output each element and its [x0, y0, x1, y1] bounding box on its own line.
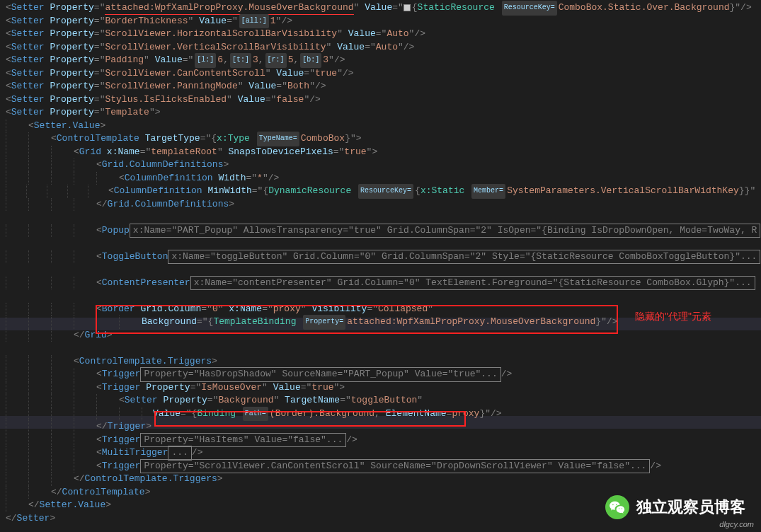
collapsed-region[interactable]: x:Name="PART_Popup" AllowsTransparency="…: [130, 224, 761, 238]
code-line: </ControlTemplate.Triggers>: [6, 473, 761, 486]
watermark-text: 独立观察员博客: [636, 501, 745, 514]
code-line: [6, 289, 761, 303]
watermark: 独立观察员博客: [605, 495, 745, 519]
collapsed-region[interactable]: x:Name="toggleButton" Grid.Column="0" Gr…: [168, 250, 760, 265]
code-line: <Setter.Value>: [6, 120, 761, 133]
code-line: <TriggerProperty="HasItems" Value="false…: [6, 434, 761, 447]
annotation-text: 隐藏的"代理"元素: [635, 310, 711, 323]
collapsed-region[interactable]: Property="ScrollViewer.CanContentScroll"…: [140, 459, 650, 474]
code-line: <ColumnDefinition Width="*"/>: [6, 172, 761, 185]
code-line: <TriggerProperty="HasDropShadow" SourceN…: [6, 368, 761, 381]
code-line: <Trigger Property="IsMouseOver" Value="t…: [6, 381, 761, 395]
collapsed-region[interactable]: Property="HasDropShadow" SourceName="PAR…: [140, 367, 500, 382]
code-line: <Setter Property="Background" TargetName…: [6, 394, 761, 407]
code-line: <Setter Property="attached:WpfXamlPropPr…: [6, 1, 761, 15]
code-line: Value="{Binding Path=(Border).Background…: [6, 407, 761, 421]
code-line: <Setter Property="ScrollViewer.Horizonta…: [6, 28, 761, 41]
code-line: <ContentPresenterx:Name="contentPresente…: [6, 277, 761, 290]
code-line: <TriggerProperty="ScrollViewer.CanConten…: [6, 460, 761, 473]
code-line: <Setter Property="ScrollViewer.CanConten…: [6, 67, 761, 81]
code-line: <Grid.ColumnDefinitions>: [6, 158, 761, 172]
code-line: </Grid>: [6, 329, 761, 342]
code-line: <Setter Property="BorderThickness" Value…: [6, 15, 761, 28]
code-line: [6, 263, 761, 277]
collapsed-region[interactable]: x:Name="contentPresenter" Grid.Column="0…: [190, 276, 755, 291]
collapsed-region[interactable]: Property="HasItems" Value="false"...: [140, 433, 346, 448]
xaml-code-editor[interactable]: <Setter Property="attached:WpfXamlPropPr…: [0, 0, 761, 525]
collapsed-region[interactable]: ...: [168, 446, 191, 461]
code-line: <Setter Property="ScrollViewer.VerticalS…: [6, 41, 761, 54]
code-line: <MultiTrigger.../>: [6, 446, 761, 460]
code-line: </Trigger>: [6, 420, 761, 434]
code-line: <Setter Property="ScrollViewer.PanningMo…: [6, 80, 761, 93]
code-line: <Setter Property="Stylus.IsFlicksEnabled…: [6, 93, 761, 107]
color-swatch: [404, 4, 411, 11]
code-line: [6, 342, 761, 355]
code-line: [6, 211, 761, 224]
code-line: <Grid x:Name="templateRoot" SnapsToDevic…: [6, 146, 761, 159]
code-line: <Setter Property="Template">: [6, 106, 761, 120]
code-line: <Popupx:Name="PART_Popup" AllowsTranspar…: [6, 224, 761, 238]
code-line: <ControlTemplate.Triggers>: [6, 355, 761, 369]
code-line: [6, 237, 761, 250]
code-line: <ControlTemplate TargetType="{x:Type Typ…: [6, 132, 761, 146]
code-line: <Setter Property="Padding" Value="[l:]6,…: [6, 54, 761, 67]
code-line: <ToggleButtonx:Name="toggleButton" Grid.…: [6, 250, 761, 264]
wechat-icon: [605, 495, 629, 519]
code-line: <ColumnDefinition MinWidth="{DynamicReso…: [6, 185, 761, 198]
code-line: </Grid.ColumnDefinitions>: [6, 198, 761, 212]
watermark-url: dlgcy.com: [719, 518, 754, 531]
